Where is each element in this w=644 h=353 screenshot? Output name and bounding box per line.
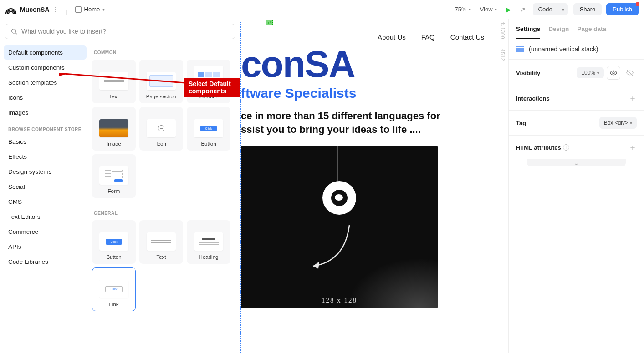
- zoom-label: 75%: [455, 6, 467, 13]
- component-page-section[interactable]: Page section: [139, 60, 183, 103]
- code-button-group: Code ▾: [533, 3, 568, 15]
- page-crumb[interactable]: Home ▾: [71, 6, 110, 13]
- store-heading: BROWSE COMPONENT STORE: [4, 121, 87, 135]
- component-text-general[interactable]: Text: [139, 220, 183, 264]
- properties-tabs: Settings Design Page data: [509, 19, 644, 39]
- nav-about[interactable]: About Us: [378, 33, 406, 41]
- nav-faq[interactable]: FAQ: [421, 33, 435, 41]
- insert-panel: Default components Custom components Sec…: [0, 19, 240, 353]
- top-bar: MuconSA ⋮ Home ▾ 75% ▾ View ▾ ▶ ↗ Code ▾…: [0, 0, 644, 19]
- info-icon[interactable]: i: [563, 144, 569, 151]
- category-design-systems[interactable]: Design systems: [4, 165, 87, 179]
- component-label: Text: [156, 254, 166, 261]
- zoom-select[interactable]: 75% ▾: [450, 4, 475, 15]
- interactions-label: Interactions: [516, 95, 550, 102]
- canvas-page[interactable]: About Us FAQ Contact Us conSA ftware Spe…: [240, 22, 497, 353]
- html-attrs-label: HTML attributes: [516, 144, 561, 151]
- eye-icon: [610, 69, 617, 76]
- category-social[interactable]: Social: [4, 180, 87, 194]
- external-link-icon: ↗: [520, 6, 526, 13]
- svg-line-1: [15, 33, 17, 34]
- eye-button[interactable]: [607, 66, 620, 80]
- share-button[interactable]: Share: [573, 3, 602, 15]
- page-nav: About Us FAQ Contact Us: [241, 22, 497, 45]
- code-dropdown[interactable]: ▾: [558, 3, 568, 15]
- visibility-row: Visibility 100% ▾: [509, 60, 644, 86]
- visibility-value: 100%: [581, 70, 595, 76]
- component-button-general[interactable]: Click Button: [92, 220, 136, 264]
- ruler-badge: ⇄: [266, 20, 273, 25]
- selected-element-row[interactable]: (unnamed vertical stack): [509, 39, 644, 60]
- component-label: Heading: [199, 254, 219, 261]
- code-button[interactable]: Code: [533, 3, 558, 15]
- hero-subtitle: ftware Specialists: [241, 86, 497, 101]
- selected-element-name: (unnamed vertical stack): [529, 45, 598, 53]
- app-logo-icon[interactable]: [5, 3, 17, 16]
- visibility-value-select[interactable]: 100% ▾: [577, 67, 604, 78]
- preview-button-label: Click: [200, 126, 216, 131]
- add-attribute-button[interactable]: ＋: [629, 142, 637, 153]
- component-icon[interactable]: Icon: [139, 107, 183, 151]
- category-icons[interactable]: Icons: [4, 91, 87, 105]
- component-label: Link: [109, 302, 118, 308]
- component-text[interactable]: Text: [92, 60, 136, 103]
- play-button[interactable]: ▶: [501, 4, 516, 15]
- project-name[interactable]: MuconSA: [20, 6, 50, 13]
- category-text-editors[interactable]: Text Editors: [4, 210, 87, 224]
- search-icon: [10, 28, 18, 35]
- component-label: Button: [106, 254, 121, 261]
- add-interaction-button[interactable]: ＋: [629, 93, 637, 104]
- github-icon: [322, 181, 356, 215]
- tag-select[interactable]: Box <div> ▾: [599, 117, 637, 129]
- svg-point-5: [613, 72, 614, 74]
- category-commerce[interactable]: Commerce: [4, 225, 87, 239]
- code-label: Code: [538, 6, 552, 13]
- component-label: Form: [108, 188, 120, 195]
- panel-expander[interactable]: ⌄: [527, 159, 626, 166]
- component-link[interactable]: Click Link: [92, 267, 136, 311]
- category-apis[interactable]: APIs: [4, 240, 87, 254]
- component-button[interactable]: Click Button: [187, 107, 230, 151]
- tag-label: Tag: [516, 120, 526, 126]
- tab-design[interactable]: Design: [548, 25, 569, 39]
- section-heading-common: COMMON: [92, 45, 235, 60]
- vertical-ruler: ⇅ 1300 4512: [498, 22, 506, 349]
- category-effects[interactable]: Effects: [4, 150, 87, 164]
- search-box[interactable]: [5, 24, 235, 39]
- open-external-button[interactable]: ↗: [516, 4, 530, 15]
- component-heading[interactable]: Heading: [187, 220, 230, 264]
- annotation-label: Select Default components: [184, 78, 240, 97]
- chevron-down-icon: ▾: [495, 7, 497, 12]
- hero-description: ce in more than 15 different languages f…: [241, 109, 497, 136]
- eye-off-button[interactable]: [623, 66, 637, 80]
- play-icon: ▶: [506, 6, 511, 13]
- category-images[interactable]: Images: [4, 106, 87, 120]
- nav-contact[interactable]: Contact Us: [450, 33, 484, 41]
- component-form[interactable]: Form: [92, 154, 136, 198]
- section-heading-general: GENERAL: [92, 206, 235, 220]
- category-code-libraries[interactable]: Code Libraries: [4, 255, 87, 269]
- category-custom-components[interactable]: Custom components: [4, 61, 87, 75]
- vertical-stack-icon: [516, 46, 524, 52]
- hero-image-placeholder[interactable]: 128 x 128: [241, 146, 438, 308]
- category-default-components[interactable]: Default components: [4, 45, 87, 60]
- category-cms[interactable]: CMS: [4, 195, 87, 209]
- visibility-label: Visibility: [516, 70, 540, 76]
- tab-settings[interactable]: Settings: [516, 25, 540, 39]
- ruler-value: 4512: [500, 49, 505, 61]
- publish-button[interactable]: Publish: [606, 3, 639, 15]
- category-basics[interactable]: Basics: [4, 135, 87, 149]
- search-input[interactable]: [21, 28, 230, 35]
- svg-point-0: [12, 29, 16, 33]
- project-menu-icon[interactable]: ⋮: [52, 6, 59, 13]
- category-section-templates[interactable]: Section templates: [4, 76, 87, 90]
- canvas[interactable]: ⇄ About Us FAQ Contact Us conSA ftware S…: [240, 19, 508, 353]
- component-image[interactable]: Image: [92, 107, 136, 151]
- tab-page-data[interactable]: Page data: [577, 25, 606, 39]
- preview-link-label: Click: [105, 286, 122, 292]
- hero-desc-line: ce in more than 15 different languages f…: [241, 109, 497, 123]
- document-icon: [75, 6, 82, 13]
- interactions-row: Interactions ＋: [509, 86, 644, 111]
- view-label: View: [480, 6, 493, 13]
- view-select[interactable]: View ▾: [475, 4, 501, 15]
